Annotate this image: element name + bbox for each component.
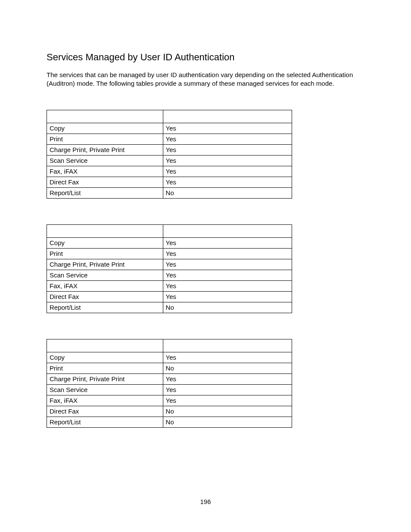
table-cell: Yes <box>163 291 292 302</box>
table-header-cell <box>47 339 163 352</box>
table-row: Print Yes <box>47 134 292 144</box>
table-header-cell <box>47 110 163 123</box>
table-header-cell <box>163 339 292 352</box>
intro-paragraph: The services that can be managed by user… <box>47 71 364 88</box>
table-row: Fax, iFAX Yes <box>47 166 292 177</box>
table-row: Scan Service Yes <box>47 270 292 280</box>
services-table-1: Copy Yes Print Yes Charge Print, Private… <box>47 110 292 199</box>
table-row: Direct Fax Yes <box>47 291 292 302</box>
table-cell: Scan Service <box>47 270 163 280</box>
table-cell: Print <box>47 134 163 144</box>
table-cell: Charge Print, Private Print <box>47 144 163 155</box>
table-row <box>47 110 292 123</box>
table-cell: Report/List <box>47 302 163 313</box>
services-table-2: Copy Yes Print Yes Charge Print, Private… <box>47 224 292 313</box>
table-cell: Report/List <box>47 187 163 198</box>
table-cell: Copy <box>47 237 163 248</box>
page-number: 196 <box>0 498 411 505</box>
table-row: Fax, iFAX Yes <box>47 395 292 406</box>
table-cell: Yes <box>163 144 292 155</box>
table-cell: Direct Fax <box>47 406 163 417</box>
table-cell: Yes <box>163 280 292 291</box>
table-cell: Yes <box>163 384 292 395</box>
table-row: Print No <box>47 363 292 373</box>
table-cell: Yes <box>163 259 292 270</box>
table-cell: Fax, iFAX <box>47 166 163 177</box>
table-row: Charge Print, Private Print Yes <box>47 373 292 384</box>
table-header-cell <box>163 110 292 123</box>
table-row: Charge Print, Private Print Yes <box>47 144 292 155</box>
table-cell: No <box>163 363 292 373</box>
table-row: Print Yes <box>47 248 292 259</box>
table-row: Charge Print, Private Print Yes <box>47 259 292 270</box>
table-row: Copy Yes <box>47 123 292 134</box>
table-header-cell <box>163 224 292 237</box>
table-row: Report/List No <box>47 187 292 198</box>
table-row: Direct Fax Yes <box>47 177 292 187</box>
table-cell: Yes <box>163 155 292 166</box>
table-cell: No <box>163 406 292 417</box>
table-row: Copy Yes <box>47 352 292 363</box>
table-cell: Yes <box>163 270 292 280</box>
table-cell: Print <box>47 363 163 373</box>
table-row <box>47 224 292 237</box>
table-cell: Yes <box>163 237 292 248</box>
table-row: Direct Fax No <box>47 406 292 417</box>
table-cell: Charge Print, Private Print <box>47 259 163 270</box>
section-title: Services Managed by User ID Authenticati… <box>47 52 364 63</box>
table-cell: Yes <box>163 352 292 363</box>
table-cell: Yes <box>163 166 292 177</box>
table-cell: Copy <box>47 352 163 363</box>
table-cell: Scan Service <box>47 384 163 395</box>
table-cell: Copy <box>47 123 163 134</box>
table-cell: No <box>163 302 292 313</box>
table-row: Report/List No <box>47 417 292 427</box>
table-row <box>47 339 292 352</box>
table-cell: Charge Print, Private Print <box>47 373 163 384</box>
table-cell: Yes <box>163 123 292 134</box>
table-cell: Yes <box>163 134 292 144</box>
table-cell: Fax, iFAX <box>47 395 163 406</box>
table-cell: Yes <box>163 395 292 406</box>
table-cell: Yes <box>163 177 292 187</box>
table-row: Fax, iFAX Yes <box>47 280 292 291</box>
table-header-cell <box>47 224 163 237</box>
table-row: Report/List No <box>47 302 292 313</box>
table-row: Scan Service Yes <box>47 155 292 166</box>
table-cell: Print <box>47 248 163 259</box>
table-cell: Direct Fax <box>47 177 163 187</box>
table-cell: Yes <box>163 373 292 384</box>
table-row: Scan Service Yes <box>47 384 292 395</box>
table-cell: No <box>163 187 292 198</box>
table-cell: Yes <box>163 248 292 259</box>
table-cell: Direct Fax <box>47 291 163 302</box>
services-table-3: Copy Yes Print No Charge Print, Private … <box>47 339 292 428</box>
table-cell: Scan Service <box>47 155 163 166</box>
table-cell: Report/List <box>47 417 163 427</box>
table-row: Copy Yes <box>47 237 292 248</box>
table-cell: Fax, iFAX <box>47 280 163 291</box>
table-cell: No <box>163 417 292 427</box>
